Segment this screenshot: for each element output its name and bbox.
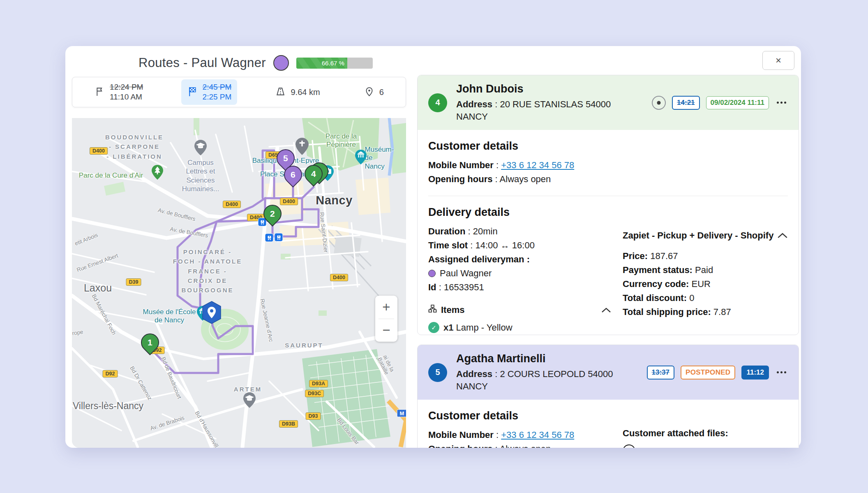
stop-number-badge: 5 <box>428 363 447 382</box>
stop-number-badge: 4 <box>428 93 447 112</box>
road-badge-d93b: D93B <box>279 420 298 428</box>
items-icon <box>428 304 437 315</box>
finish-flag-icon <box>187 86 198 99</box>
customer-details-heading: Customer details <box>428 140 788 153</box>
campus-poi-icon <box>243 392 256 410</box>
park-tree-poi-icon <box>151 164 164 182</box>
delivery-details-heading: Delivery details <box>428 206 788 219</box>
stat-stops[interactable]: 6 <box>358 83 390 102</box>
distance-value: 9.64 km <box>291 88 320 97</box>
road-badge-d93c: D93C <box>305 390 324 397</box>
integration-row: Total discount: 0 <box>623 291 788 305</box>
routes-modal: Routes - Paul Wagner 66.67 % × 12:24 PM … <box>65 46 801 448</box>
deliveryman-avatar <box>273 55 289 71</box>
road-badge-d93a: D93A <box>309 380 328 387</box>
map-canvas <box>72 118 406 448</box>
more-options-icon[interactable] <box>775 100 788 105</box>
add-file-icon[interactable]: + <box>623 444 635 448</box>
progress-fill: 66.67 % <box>296 58 347 69</box>
campus-poi-icon <box>194 139 207 157</box>
finish-time-new: 2:25 PM <box>203 92 232 102</box>
transit-station-icon <box>275 233 283 242</box>
route-stats-bar: 12:24 PM 11:10 AM 2:45 PM 2:25 PM 9.64 k… <box>72 77 406 107</box>
road-icon <box>275 86 286 99</box>
map-zoom-control: + − <box>375 296 397 342</box>
locate-stop-icon[interactable] <box>652 96 666 110</box>
completed-datetime-badge: 09/02/2024 11:11 <box>706 96 769 109</box>
stops-count: 6 <box>379 88 384 97</box>
integration-row: Price: 187.67 <box>623 249 788 263</box>
road-badge-d39: D39 <box>126 278 141 286</box>
modal-header: Routes - Paul Wagner 66.67 % <box>139 55 373 71</box>
stop-name: John Dubois <box>456 83 643 95</box>
phone-link[interactable]: +33 6 12 34 56 78 <box>501 160 574 170</box>
deliveryman-position-marker[interactable] <box>201 301 223 326</box>
transit-station-icon <box>265 234 274 242</box>
road-badge-d400-5: D400 <box>330 274 348 281</box>
deliveryman-row: Paul Wagner <box>428 266 611 280</box>
zoom-in-button[interactable]: + <box>375 296 397 319</box>
deliveryman-color-dot <box>428 270 436 277</box>
stop-card-agatha-martinelli: 5 Agatha Martinelli Address : 2 COURS LE… <box>417 345 799 448</box>
stat-finish-time[interactable]: 2:45 PM 2:25 PM <box>181 79 238 105</box>
zoom-out-button[interactable]: − <box>375 319 397 342</box>
stop-address: Address : 2 COURS LEOPOLD 54000 NANCY <box>456 368 621 392</box>
route-progress-bar: 66.67 % <box>296 58 373 69</box>
status-badge: POSTPONED <box>681 366 735 380</box>
new-time-badge: 11:12 <box>741 366 769 380</box>
road-badge-d400-2: D400 <box>223 201 241 208</box>
timeslot-row: Time slot : 14:00 ↔ 16:00 <box>428 238 611 252</box>
motorway-badge: M <box>397 410 406 417</box>
section-divider <box>428 196 788 196</box>
duration-row: Duration : 20min <box>428 225 611 238</box>
pin-icon <box>364 86 375 99</box>
integration-collapse-icon[interactable] <box>777 230 788 241</box>
integration-row: Total shipping price: 7.87 <box>623 305 788 319</box>
phone-link[interactable]: +33 6 12 34 56 78 <box>501 430 574 440</box>
opening-hours-row: Opening hours : Always open <box>428 442 611 448</box>
museum-poi-icon <box>355 149 367 167</box>
more-options-icon[interactable] <box>775 370 788 375</box>
stop-header[interactable]: 4 John Dubois Address : 20 RUE STANISLAS… <box>418 75 799 130</box>
progress-label: 66.67 % <box>322 60 347 67</box>
stop-address: Address : 20 RUE STANISLAS 54000 NANCY <box>456 98 621 123</box>
road-badge-d400-4: D400 <box>280 198 298 205</box>
item-row: ✓ x1 Lamp - Yellow <box>428 322 611 333</box>
page-title: Routes - Paul Wagner <box>139 56 266 70</box>
stat-start-time[interactable]: 12:24 PM 11:10 AM <box>88 79 149 105</box>
item-check-icon: ✓ <box>428 322 439 333</box>
deliveryman-label-row: Assigned deliveryman : <box>428 252 611 266</box>
items-collapse-icon[interactable] <box>601 305 611 315</box>
finish-time-old: 2:45 PM <box>203 82 232 92</box>
attached-files-label: Customer attached files: <box>623 428 788 439</box>
items-section-header: Items <box>428 304 611 315</box>
route-map[interactable]: Laxou Villers-lès-Nancy Nancy BOUDONVILL… <box>72 118 406 448</box>
opening-hours-row: Opening hours : Always open <box>428 172 788 186</box>
mobile-number-row: Mobile Number : +33 6 12 34 56 78 <box>428 158 788 172</box>
start-flag-icon <box>94 86 105 99</box>
stops-panel: 4 John Dubois Address : 20 RUE STANISLAS… <box>417 75 799 448</box>
road-badge-d93: D93 <box>306 412 321 420</box>
church-poi-icon <box>295 137 309 157</box>
mobile-number-row: Mobile Number : +33 6 12 34 56 78 <box>428 428 611 442</box>
customer-details-heading: Customer details <box>428 410 788 422</box>
integration-row: Currency code: EUR <box>623 277 788 291</box>
road-badge-d400-1: D400 <box>90 147 108 155</box>
integration-title: Zapiet - Pickup + Delivery - Shopify <box>623 230 773 241</box>
start-time-old: 12:24 PM <box>110 82 143 92</box>
stop-name: Agatha Martinelli <box>456 352 638 365</box>
road-badge-d92-1: D92 <box>103 370 118 377</box>
close-button[interactable]: × <box>762 51 794 70</box>
integration-row: Payment status: Paid <box>623 263 788 277</box>
stop-header[interactable]: 5 Agatha Martinelli Address : 2 COURS LE… <box>418 345 799 400</box>
close-icon: × <box>776 55 781 66</box>
start-time-new: 11:10 AM <box>110 92 143 102</box>
planned-time-badge: 14:21 <box>672 96 699 110</box>
stat-distance[interactable]: 9.64 km <box>269 83 326 102</box>
planned-time-badge: 13:37 <box>647 366 674 380</box>
order-id-row: Id : 16533951 <box>428 280 611 294</box>
stop-card-john-dubois: 4 John Dubois Address : 20 RUE STANISLAS… <box>417 75 799 335</box>
